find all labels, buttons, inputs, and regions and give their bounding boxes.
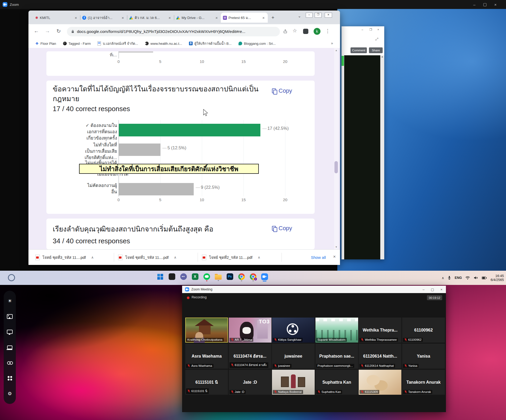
taskbar-item-excel[interactable]: X [190,271,200,283]
participant-tile[interactable]: juwainee juwainee [272,344,315,369]
bookmark-item-0[interactable]: ❖Floor Plan [35,41,56,46]
close-icon[interactable]: × [377,28,379,31]
back-icon[interactable]: ← [34,28,39,34]
chat-app-icon[interactable] [180,273,187,280]
taskbar-item-explorer[interactable] [213,271,223,283]
tab-4[interactable]: Pretest 65 ม... × [221,13,268,23]
tab-close-icon[interactable]: × [215,16,219,20]
participant-tile[interactable]: TO3 AR.T_Jittima [229,318,271,343]
participant-tile[interactable]: Tanakorn Anurak Tanakorn Anurak [402,370,445,395]
scrollbar[interactable]: ▲ [380,55,384,259]
participant-tile[interactable]: 61120614 Natth... 61120614 Natthaphat [359,344,401,369]
download-caret-icon[interactable]: ∧ [174,255,177,259]
bookmark-item-2[interactable]: บ.เอกลักษณ์เสรี จำกัด... [98,41,138,46]
tab-0[interactable]: ❋KMITL × [33,13,80,23]
participant-tile[interactable]: Suphattra Kan Suphattra Kan [315,370,358,395]
forward-icon[interactable]: → [45,28,50,34]
scroll-up-icon[interactable]: ▲ [334,48,338,52]
participant-tile[interactable]: Kittiya Sangkhaw [272,318,315,343]
minimize-icon[interactable]: – [306,13,313,18]
taskbar-item-darkapp[interactable] [167,271,177,283]
language-indicator[interactable]: ENG [455,276,462,280]
photoshop-icon[interactable]: Ps [227,273,233,280]
brightness-icon[interactable]: ☀ [7,298,13,304]
taskbar-item-chrome[interactable] [237,271,246,283]
minimize-icon[interactable]: – [362,28,363,31]
share-icon[interactable] [283,29,288,34]
tab-search-chevron-icon[interactable]: ⌄ [298,14,301,18]
screen-record-icon[interactable] [7,329,13,335]
bookmarks-overflow-icon[interactable]: » [331,41,333,45]
taskbar-item-chrome-profile[interactable]: J [248,271,258,283]
scrollbar-thumb[interactable] [334,161,338,173]
participant-tile[interactable]: Jate :D Jate :D [229,370,271,395]
taskbar-item-zoom[interactable] [260,271,269,283]
bookmark-item-4[interactable]: Bผู้ให้บริการด้านปั๊มน้ำ B... [189,41,232,46]
line-app-icon[interactable] [203,273,210,280]
new-tab-button[interactable]: + [271,15,274,21]
minimize-icon[interactable]: – [419,288,428,291]
tab-close-icon[interactable]: × [74,16,78,20]
zoom-taskbar-icon[interactable] [261,273,268,280]
taskbar-item-chat[interactable] [179,271,188,283]
participant-tile[interactable]: Supanit Wisadsatorn [315,318,358,343]
apps-grid-icon[interactable] [7,375,13,381]
copy-button[interactable]: Copy [272,225,292,232]
terminal-icon[interactable] [169,273,175,280]
bookmark-item-1[interactable]: Tagged - Farm [63,42,91,46]
taskbar-item-line[interactable] [202,271,211,283]
taskbar-corner-icon[interactable] [8,274,15,281]
minimize-icon[interactable]: – [469,2,480,7]
windows-start-icon[interactable] [157,274,163,280]
close-icon[interactable]: × [437,288,446,291]
participant-tile[interactable]: Asra Waehama Asra Waehama [185,344,228,369]
tab-2[interactable]: ติว กส. ม.วล 6... × [127,13,174,23]
tray-chevron-icon[interactable]: ∧ [442,276,444,280]
participant-tile[interactable]: Kraithong Chotivutpattana [185,318,228,343]
share-button[interactable]: Share [369,47,383,53]
tab-3[interactable]: My Drive - G... × [174,13,221,23]
participant-tile[interactable]: 61110474 อัสรอ... 61110474 อัสรอฟ ลาเต๊ะ [229,344,271,369]
restore-icon[interactable]: ❐ [315,13,322,18]
taskbar-item-photoshop[interactable]: Ps [225,271,235,283]
bookmark-item-5[interactable]: Bloggang.com : Sri... [239,42,276,46]
close-downloads-icon[interactable]: × [333,254,336,259]
wifi-icon[interactable] [465,276,470,280]
scroll-down-icon[interactable]: ▼ [334,246,338,248]
extension-icon[interactable] [303,29,308,34]
taskbar-item-windows[interactable] [155,271,165,283]
profile-avatar[interactable]: k [314,28,320,35]
participant-tile[interactable]: Yanisa Yanisa [402,344,445,369]
close-icon[interactable]: × [490,2,501,7]
close-icon[interactable]: × [325,13,332,18]
copy-button[interactable]: Copy [272,87,292,94]
settings-gear-icon[interactable]: ⚙ [7,391,13,397]
participant-tile[interactable]: Nattaya Bodeerat [272,370,315,395]
maximize-icon[interactable]: ▢ [428,288,437,291]
download-item-2[interactable]: โจทย์ ชุดที่2_รหัส 11....pdf ∧ [202,250,260,265]
chrome-profile-icon[interactable]: J [250,273,256,280]
download-caret-icon[interactable]: ∧ [91,255,94,259]
maximize-icon[interactable]: ▢ [480,2,490,7]
bookmark-item-3[interactable]: www.health.nu.ac.t... [145,42,182,46]
download-item-1[interactable]: โจทย์ ชุดที่1_รหัส 11....pdf ∧ [118,250,176,265]
download-caret-icon[interactable]: ∧ [258,255,260,259]
menu-kebab-icon[interactable]: ⋮ [325,28,330,34]
clock[interactable]: 16:45 6/4/2565 [490,274,504,282]
chrome-icon[interactable] [238,273,245,280]
microphone-icon[interactable] [448,276,451,280]
battery-icon[interactable] [482,276,487,279]
restore-icon[interactable]: ❐ [369,28,372,31]
download-item-0[interactable]: โจทย์ ชุดที่3_รหัส 11....pdf ∧ [35,250,94,265]
excel-icon[interactable]: X [192,273,198,280]
display-icon[interactable] [7,344,13,350]
participant-tile[interactable]: Praphatson sae... Praphatson saemmongk..… [315,344,358,369]
participant-tile[interactable]: Wethika Thepra... Wethika Theprassamee [359,318,401,343]
comment-button[interactable]: Comment [351,47,367,53]
tab-close-icon[interactable]: × [121,16,125,20]
screenshot-icon[interactable] [7,313,13,320]
scrollbar-track[interactable]: ▲ ▼ [334,48,338,249]
bookmark-star-icon[interactable]: ☆ [293,28,297,34]
tab-close-icon[interactable]: × [168,16,172,20]
reload-icon[interactable]: ↻ [56,28,61,34]
